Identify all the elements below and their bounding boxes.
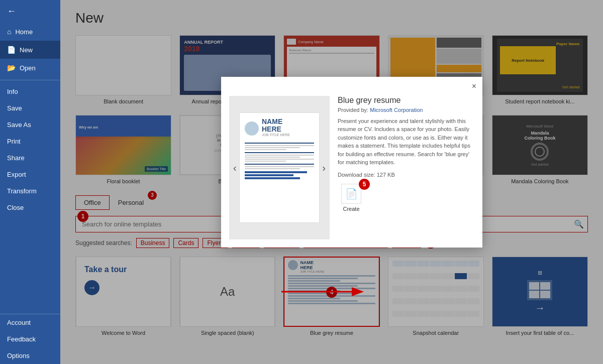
sidebar-home-label: Home [15, 28, 33, 36]
home-icon: ⌂ [7, 28, 11, 36]
sidebar-item-print[interactable]: Print [0, 133, 60, 150]
download-size-value: 127 KB [377, 172, 395, 178]
create-label: Create [343, 206, 359, 212]
sidebar-open-label: Open [20, 64, 36, 72]
sidebar-item-home[interactable]: ⌂ Home [0, 23, 60, 41]
arrow-annotation [276, 282, 367, 304]
sidebar-item-options[interactable]: Options [0, 347, 60, 364]
sidebar-item-save[interactable]: Save [0, 100, 60, 116]
modal-download-size: Download size: 127 KB [338, 172, 474, 178]
back-button[interactable]: ← [0, 0, 60, 23]
print-label: Print [7, 138, 21, 145]
sidebar-item-share[interactable]: Share [0, 150, 60, 166]
save-as-label: Save As [7, 121, 31, 129]
sidebar-new-label: New [20, 46, 33, 54]
new-icon: 📄 [7, 46, 16, 54]
modal-close-button[interactable]: × [470, 80, 478, 93]
modal-body: ‹ NAMEHERE JOB TITLE HERE [221, 96, 482, 248]
sidebar-item-account[interactable]: Account [0, 314, 60, 331]
modal-header: × [221, 77, 482, 96]
modal-prev-button[interactable]: ‹ [231, 160, 239, 175]
resume-modal: × ‹ NAMEHERE JOB TITLE HERE [221, 77, 482, 248]
provider-label: Provided by: [338, 107, 368, 113]
transform-label: Transform [7, 187, 37, 195]
provider-link[interactable]: Microsoft Corporation [370, 107, 423, 113]
save-label: Save [7, 104, 22, 112]
sidebar-item-save-as[interactable]: Save As [0, 116, 60, 133]
modal-provider: Provided by: Microsoft Corporation [338, 107, 474, 113]
modal-preview-area: ‹ NAMEHERE JOB TITLE HERE [229, 96, 330, 239]
sidebar-bottom: Account Feedback Options [0, 314, 60, 364]
modal-overlay: × ‹ NAMEHERE JOB TITLE HERE [60, 0, 603, 364]
download-label: Download size: [338, 172, 375, 178]
sidebar-item-export[interactable]: Export [0, 166, 60, 183]
main-content: New Blank document ANNUAL REPORT 2018 An… [60, 0, 603, 364]
badge-5: 5 [359, 179, 370, 190]
export-label: Export [7, 171, 26, 178]
modal-create-button[interactable]: 5 📄 Create [338, 184, 365, 212]
close-label: Close [7, 204, 24, 211]
modal-next-button[interactable]: › [320, 160, 328, 175]
sidebar-item-transform[interactable]: Transform [0, 183, 60, 199]
sidebar-item-open[interactable]: 📂 Open [0, 59, 60, 77]
sidebar-item-info[interactable]: Info [0, 83, 60, 100]
info-label: Info [7, 88, 18, 95]
create-icon: 📄 [341, 184, 361, 204]
resume-preview: NAMEHERE JOB TITLE HERE [239, 112, 320, 223]
share-label: Share [7, 154, 25, 162]
sidebar-item-close[interactable]: Close [0, 199, 60, 216]
modal-info-panel: Blue grey resume Provided by: Microsoft … [338, 96, 474, 239]
sidebar: ← ⌂ Home 📄 New 📂 Open Info Save Save As … [0, 0, 60, 364]
feedback-label: Feedback [7, 335, 36, 343]
sidebar-item-new[interactable]: 📄 New [0, 41, 60, 59]
sidebar-item-feedback[interactable]: Feedback [0, 331, 60, 347]
modal-description: Present your experience and talent styli… [338, 117, 474, 167]
open-icon: 📂 [7, 64, 16, 72]
options-label: Options [7, 352, 30, 359]
modal-title: Blue grey resume [338, 96, 474, 105]
account-label: Account [7, 319, 31, 326]
